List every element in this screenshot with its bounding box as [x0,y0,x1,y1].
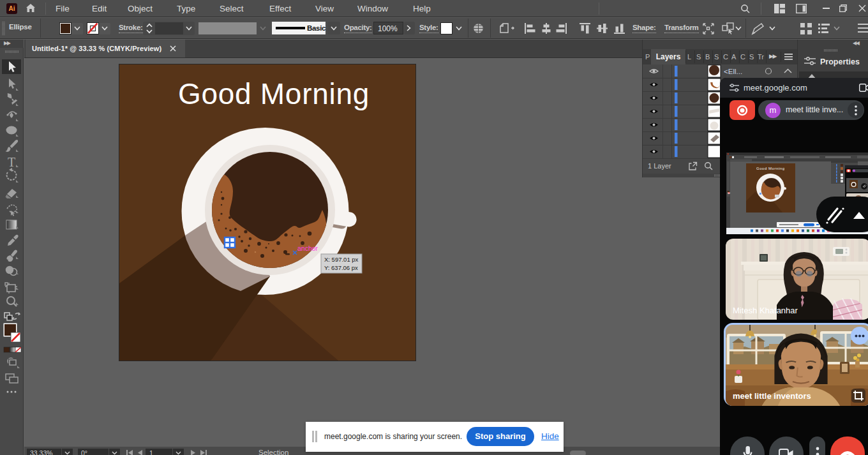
svg-text:Mitesh Khatanhar: Mitesh Khatanhar [733,306,798,315]
svg-text:Good Morning: Good Morning [756,167,784,170]
svg-text:Y: 637.06 px: Y: 637.06 px [324,264,358,271]
svg-text:anchor: anchor [297,244,318,252]
svg-text:<Ell...: <Ell... [724,68,742,75]
svg-text:X: 597.01 px: X: 597.01 px [324,256,359,263]
svg-text:Good Morning: Good Morning [178,77,370,110]
svg-text:meet little inventors: meet little inventors [733,391,811,401]
svg-text:T: T [8,155,15,169]
